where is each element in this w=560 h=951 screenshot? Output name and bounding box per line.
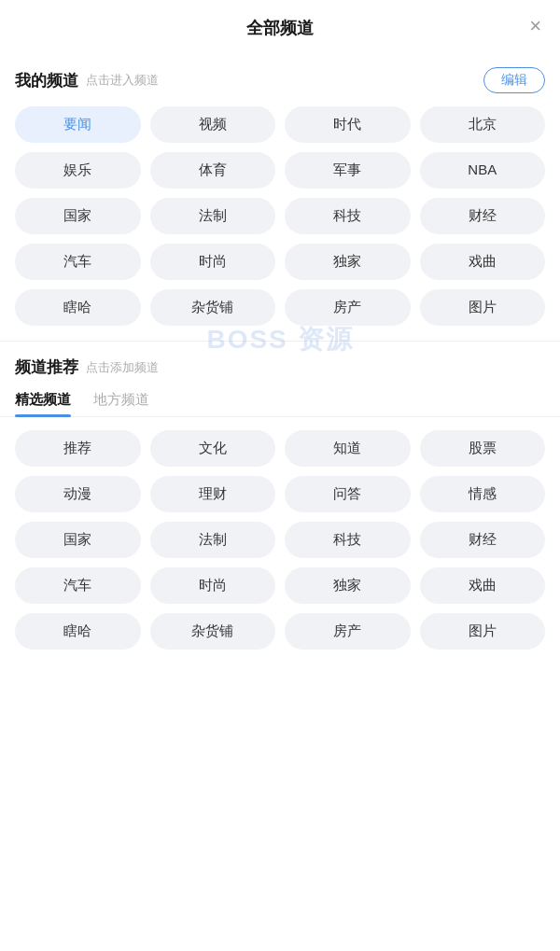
my-channels-subtitle: 点击进入频道	[86, 72, 159, 89]
recommend-tag[interactable]: 理财	[150, 476, 276, 512]
recommend-section: 频道推荐 点击添加频道	[0, 357, 560, 378]
my-channel-tag[interactable]: 杂货铺	[150, 289, 276, 326]
my-channel-tag[interactable]: NBA	[420, 152, 546, 189]
recommend-tag[interactable]: 房产	[285, 613, 411, 650]
recommend-tag[interactable]: 瞎哈	[15, 613, 141, 650]
recommend-subtitle: 点击添加频道	[86, 359, 159, 376]
recommend-tag[interactable]: 知道	[285, 430, 411, 467]
close-button[interactable]: ×	[529, 16, 541, 36]
my-channel-tag[interactable]: 汽车	[15, 244, 141, 280]
my-channels-grid: 要闻视频时代北京娱乐体育军事NBA国家法制科技财经汽车时尚独家戏曲瞎哈杂货铺房产…	[15, 106, 545, 326]
my-channel-tag[interactable]: 时尚	[150, 244, 276, 280]
recommend-tag[interactable]: 国家	[15, 522, 141, 558]
my-channel-tag[interactable]: 独家	[285, 244, 411, 280]
tabs-row: 精选频道地方频道	[0, 391, 560, 417]
my-channel-tag[interactable]: 视频	[150, 106, 276, 143]
recommend-tag[interactable]: 时尚	[150, 567, 276, 604]
recommend-tag[interactable]: 问答	[285, 476, 411, 512]
recommend-tag[interactable]: 推荐	[15, 430, 141, 467]
recommend-title-group: 频道推荐 点击添加频道	[15, 357, 159, 378]
recommend-tag[interactable]: 情感	[420, 476, 546, 512]
my-channel-tag[interactable]: 瞎哈	[15, 289, 141, 326]
my-channels-section: 我的频道 点击进入频道 编辑 要闻视频时代北京娱乐体育军事NBA国家法制科技财经…	[0, 67, 560, 326]
my-channel-tag[interactable]: 科技	[285, 198, 411, 234]
my-channels-title-group: 我的频道 点击进入频道	[15, 70, 159, 91]
recommend-tag[interactable]: 动漫	[15, 476, 141, 512]
my-channels-header: 我的频道 点击进入频道 编辑	[15, 67, 545, 93]
recommend-tag[interactable]: 法制	[150, 522, 276, 558]
my-channel-tag[interactable]: 时代	[285, 106, 411, 143]
my-channel-tag[interactable]: 财经	[420, 198, 546, 234]
recommend-header: 频道推荐 点击添加频道	[15, 357, 545, 378]
my-channel-tag[interactable]: 体育	[150, 152, 276, 189]
my-channel-tag[interactable]: 房产	[285, 289, 411, 326]
header-title: 全部频道	[246, 17, 314, 39]
my-channel-tag[interactable]: 北京	[420, 106, 546, 143]
recommend-tag[interactable]: 科技	[285, 522, 411, 558]
recommend-tag[interactable]: 杂货铺	[150, 613, 276, 650]
my-channel-tag[interactable]: 国家	[15, 198, 141, 234]
my-channels-title: 我的频道	[15, 70, 78, 91]
recommend-tag[interactable]: 财经	[420, 522, 546, 558]
my-channel-tag[interactable]: 图片	[420, 289, 546, 326]
recommend-tag[interactable]: 图片	[420, 613, 546, 650]
recommend-tab[interactable]: 地方频道	[93, 391, 149, 416]
my-channel-tag[interactable]: 娱乐	[15, 152, 141, 189]
recommend-tag[interactable]: 汽车	[15, 567, 141, 604]
my-channel-tag[interactable]: 军事	[285, 152, 411, 189]
recommend-tag[interactable]: 股票	[420, 430, 546, 467]
my-channel-tag[interactable]: 戏曲	[420, 244, 546, 280]
recommend-tab[interactable]: 精选频道	[15, 391, 71, 416]
recommend-tag[interactable]: 戏曲	[420, 567, 546, 604]
recommend-title: 频道推荐	[15, 357, 78, 378]
my-channel-tag[interactable]: 要闻	[15, 106, 141, 143]
recommend-tag[interactable]: 独家	[285, 567, 411, 604]
recommend-grid: 推荐文化知道股票动漫理财问答情感国家法制科技财经汽车时尚独家戏曲瞎哈杂货铺房产图…	[0, 430, 560, 650]
section-divider	[0, 341, 560, 342]
watermark-text: BOSS 资源	[206, 322, 353, 357]
my-channel-tag[interactable]: 法制	[150, 198, 276, 234]
recommend-tag[interactable]: 文化	[150, 430, 276, 467]
edit-button[interactable]: 编辑	[483, 67, 545, 93]
modal-header: 全部频道 ×	[0, 0, 560, 52]
